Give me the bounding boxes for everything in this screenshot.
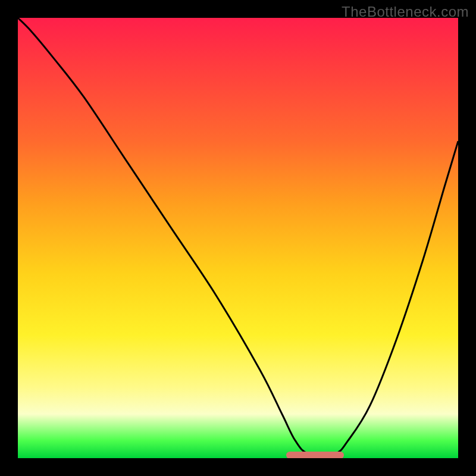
curve-path	[18, 18, 458, 455]
plot-area	[18, 18, 458, 458]
chart-frame: TheBottleneck.com	[0, 0, 476, 476]
watermark-text: TheBottleneck.com	[342, 4, 469, 20]
trough-marker	[286, 452, 343, 458]
bottleneck-curve	[18, 18, 458, 458]
